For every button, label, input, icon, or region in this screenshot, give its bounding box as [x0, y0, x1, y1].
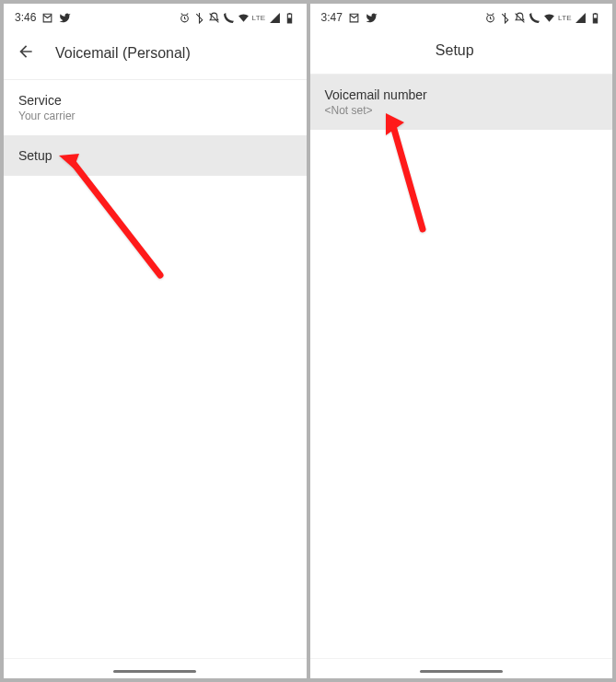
phone-screen-right: 3:47 LTE Setup Voicemail number <Not set… — [310, 4, 613, 678]
nav-handle[interactable] — [420, 670, 503, 673]
status-left: 3:47 — [321, 11, 378, 24]
lte-label: LTE — [558, 14, 572, 22]
wifi-icon — [543, 12, 555, 24]
bluetooth-icon — [193, 12, 205, 24]
status-right: LTE — [179, 12, 296, 24]
dnd-icon — [514, 12, 526, 24]
back-arrow-icon[interactable] — [17, 42, 35, 64]
phone-screen-left: 3:46 LTE Voicemail (Personal) Service — [4, 4, 307, 678]
content: Service Your carrier Setup — [4, 80, 307, 658]
nav-handle[interactable] — [113, 670, 196, 673]
wifi-calling-icon — [223, 12, 235, 24]
status-bar: 3:47 LTE — [310, 4, 613, 28]
battery-icon — [284, 12, 296, 24]
status-bar: 3:46 LTE — [4, 4, 307, 28]
app-header: Voicemail (Personal) — [4, 28, 307, 80]
item-title: Voicemail number — [325, 87, 599, 102]
item-title: Service — [18, 93, 292, 108]
svg-rect-2 — [287, 17, 291, 22]
item-title: Setup — [18, 148, 292, 163]
page-title: Setup — [436, 42, 474, 59]
list-item-voicemail-number[interactable]: Voicemail number <Not set> — [310, 75, 613, 130]
battery-icon — [589, 12, 601, 24]
signal-icon — [575, 12, 587, 24]
list-item-setup[interactable]: Setup — [4, 135, 307, 176]
content: Voicemail number <Not set> — [310, 75, 613, 658]
list-item-service[interactable]: Service Your carrier — [4, 80, 307, 135]
svg-rect-9 — [594, 13, 596, 14]
gmail-icon — [41, 12, 53, 24]
svg-rect-8 — [593, 17, 597, 22]
alarm-icon — [179, 12, 191, 24]
alarm-icon — [484, 12, 496, 24]
status-right: LTE — [484, 12, 601, 24]
status-time: 3:46 — [15, 11, 36, 24]
item-subtitle: <Not set> — [325, 104, 599, 117]
dnd-icon — [208, 12, 220, 24]
nav-bar — [310, 658, 613, 678]
page-title: Voicemail (Personal) — [55, 45, 191, 62]
wifi-icon — [238, 12, 250, 24]
app-header: Setup — [310, 28, 613, 75]
nav-bar — [4, 658, 307, 678]
twitter-icon — [59, 12, 71, 24]
svg-rect-3 — [288, 13, 290, 14]
item-subtitle: Your carrier — [18, 110, 292, 122]
signal-icon — [269, 12, 281, 24]
gmail-icon — [348, 12, 360, 24]
status-time: 3:47 — [321, 11, 343, 24]
twitter-icon — [366, 12, 378, 24]
bluetooth-icon — [499, 12, 511, 24]
status-left: 3:46 — [15, 11, 71, 24]
wifi-calling-icon — [529, 12, 540, 24]
lte-label: LTE — [252, 14, 266, 22]
